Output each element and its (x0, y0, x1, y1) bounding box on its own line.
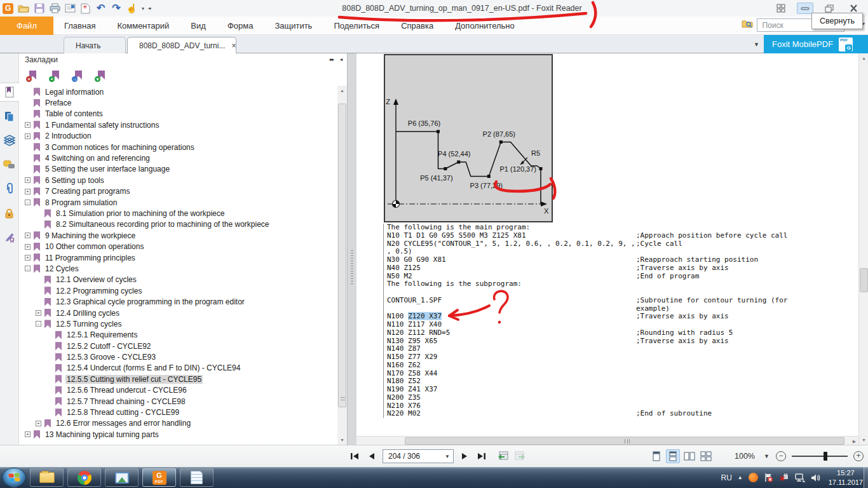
bookmark-item[interactable]: 4 Switching on and referencing (20, 152, 336, 163)
bookmark-item[interactable]: +13 Machining typical turning parts (20, 429, 336, 440)
bookmark-item[interactable]: +7 Creating part programs (20, 186, 336, 197)
network-icon[interactable] (795, 473, 805, 482)
bookmark-item[interactable]: 12.1 Overview of cycles (20, 274, 336, 285)
zoom-caret-icon[interactable]: ▼ (764, 453, 770, 459)
tree-expander-icon[interactable]: + (36, 310, 41, 316)
delete-bookmark-icon[interactable]: × (28, 71, 36, 81)
email-document-icon[interactable] (65, 3, 76, 15)
reading-mode-icon[interactable] (773, 3, 789, 14)
attachments-panel-icon[interactable] (0, 179, 19, 198)
zoom-slider-handle[interactable] (824, 452, 827, 461)
vertical-scrollbar[interactable]: ▲ ▼ (858, 53, 868, 445)
folder-search-icon[interactable] (742, 19, 753, 31)
pages-panel-icon[interactable] (0, 107, 19, 126)
avast-icon[interactable] (749, 473, 758, 482)
first-page-button[interactable] (348, 449, 361, 463)
tree-expander-icon[interactable]: + (25, 431, 31, 437)
bookmark-item[interactable]: 12.5.2 Cutoff - CYCLE92 (20, 341, 336, 351)
bookmark-item[interactable]: 12.5.7 Thread chaining - CYCLE98 (20, 396, 336, 407)
panel-expand-icon[interactable]: ▸▸ (330, 57, 334, 62)
tab-list-caret-icon[interactable]: ▼ (754, 41, 759, 48)
program-code-block[interactable]: The following is the main program:N10 T1… (383, 224, 857, 418)
tree-expander-icon[interactable]: + (25, 244, 31, 250)
menu-extra[interactable]: Дополнительно (444, 17, 526, 35)
bookmark-item[interactable]: -8 Program simulation (20, 197, 336, 208)
continuous-view-icon[interactable] (666, 449, 680, 463)
layers-panel-icon[interactable] (0, 131, 19, 150)
tree-expander-icon[interactable]: + (25, 122, 31, 128)
zoom-slider[interactable] (792, 456, 848, 457)
tree-expander-icon[interactable]: + (36, 421, 41, 426)
taskbar-image-viewer-button[interactable] (105, 468, 139, 487)
tree-expander-icon[interactable]: + (25, 133, 31, 139)
bookmark-item[interactable]: 3 Common notices for machining operation… (20, 142, 336, 152)
continuous-facing-view-icon[interactable] (699, 449, 713, 463)
tree-expander-icon[interactable]: + (25, 189, 31, 194)
tab-active-document[interactable]: 808D_808D_ADV_turni... × (127, 37, 236, 53)
bookmark-item[interactable]: 12.5.3 Groove - CYCLE93 (20, 351, 336, 362)
security-panel-icon[interactable] (0, 203, 19, 222)
device-problem-icon[interactable] (779, 473, 789, 482)
bookmark-item[interactable]: 5 Setting the user interface language (20, 164, 336, 175)
menu-home[interactable]: Главная (53, 17, 106, 35)
open-file-icon[interactable] (18, 3, 29, 15)
volume-icon[interactable] (811, 473, 820, 482)
bookmark-item[interactable]: +9 Machining the workpiece (20, 230, 336, 241)
bookmark-item[interactable]: -12 Cycles (20, 263, 336, 274)
document-page-area[interactable]: ZXP6 (35,76)P5 (41,37)P4 (52,44)P3 (77,2… (356, 53, 868, 445)
page-combo-caret-icon[interactable]: ▼ (445, 454, 453, 459)
bookmarks-scrollbar[interactable]: ▲ ▼ (337, 86, 347, 445)
scroll-down-icon[interactable]: ▼ (337, 435, 347, 445)
tree-expander-icon[interactable]: + (25, 233, 31, 238)
taskbar-clock[interactable]: 15:27 17.11.2017 (829, 468, 863, 487)
vertical-scroll-thumb[interactable] (860, 268, 868, 292)
bookmark-item[interactable]: +12.6 Error messages and error handling (20, 418, 336, 429)
zoom-in-button[interactable]: + (853, 451, 864, 461)
scroll-up-icon[interactable]: ▲ (859, 53, 868, 63)
menu-form[interactable]: Форма (217, 17, 264, 35)
print-icon[interactable] (49, 3, 60, 15)
menu-comment[interactable]: Комментарий (106, 17, 180, 35)
tree-expander-icon[interactable]: - (36, 321, 41, 327)
zoom-level-value[interactable]: 100% (732, 452, 757, 461)
start-button[interactable] (2, 468, 26, 487)
taskbar-foxit-button[interactable]: GPDF (142, 468, 176, 487)
bookmark-item[interactable]: 12.5.4 Undercut (forms E and F to DIN) -… (20, 363, 336, 374)
save-icon[interactable] (34, 3, 44, 15)
single-page-view-icon[interactable] (649, 449, 663, 463)
previous-page-button[interactable] (365, 449, 378, 463)
tree-expander-icon[interactable]: + (25, 255, 31, 261)
show-desktop-button[interactable] (864, 467, 868, 488)
bookmark-item[interactable]: Legal information (20, 86, 336, 97)
bookmarks-scroll-thumb[interactable] (338, 104, 346, 407)
goto-bookmark-icon[interactable]: → (74, 71, 82, 81)
bookmark-item[interactable]: 12.5.5 Cutting with relief cut - CYCLE95 (20, 374, 336, 384)
foxit-mobilepdf-banner[interactable]: Foxit MobilePDF PDF G (764, 35, 868, 53)
bookmark-item[interactable]: 8.1 Simulation prior to machining of the… (20, 208, 336, 219)
menu-share[interactable]: Поделиться (323, 17, 390, 35)
previous-view-icon[interactable] (498, 451, 508, 463)
tab-close-icon[interactable]: × (231, 41, 236, 50)
bookmark-item[interactable]: +11 Programming principles (20, 252, 336, 263)
horizontal-scroll-thumb[interactable] (405, 437, 844, 445)
bookmark-item[interactable]: 12.5.6 Thread undercut - CYCLE96 (20, 385, 336, 396)
panel-splitter[interactable] (347, 53, 356, 445)
create-pdf-icon[interactable]: ✳ (80, 3, 91, 15)
bookmark-item[interactable]: 12.5.1 Requirements (20, 330, 336, 341)
hidden-icons-arrow-icon[interactable]: ▲ (738, 475, 743, 480)
bookmark-item[interactable]: 12.5.8 Thread cutting - CYCLE99 (20, 407, 336, 417)
bookmarks-panel-icon[interactable] (0, 83, 19, 102)
horizontal-scrollbar[interactable]: ▶ (356, 436, 858, 445)
hand-tool-icon[interactable]: ☝ (126, 3, 137, 15)
bookmark-item[interactable]: 12.2 Programming cycles (20, 285, 336, 296)
taskbar-chrome-button[interactable] (67, 468, 101, 487)
next-page-button[interactable] (458, 449, 471, 463)
menu-file[interactable]: Файл (0, 17, 53, 35)
facing-view-icon[interactable] (682, 449, 696, 463)
scroll-down-icon[interactable]: ▼ (859, 435, 868, 445)
action-center-flag-icon[interactable] (764, 473, 773, 482)
add-bookmark-icon[interactable]: + (51, 71, 59, 81)
bookmark-item[interactable]: +12.4 Drilling cycles (20, 308, 336, 318)
tree-expander-icon[interactable]: - (25, 200, 31, 205)
tree-expander-icon[interactable]: - (25, 266, 31, 271)
